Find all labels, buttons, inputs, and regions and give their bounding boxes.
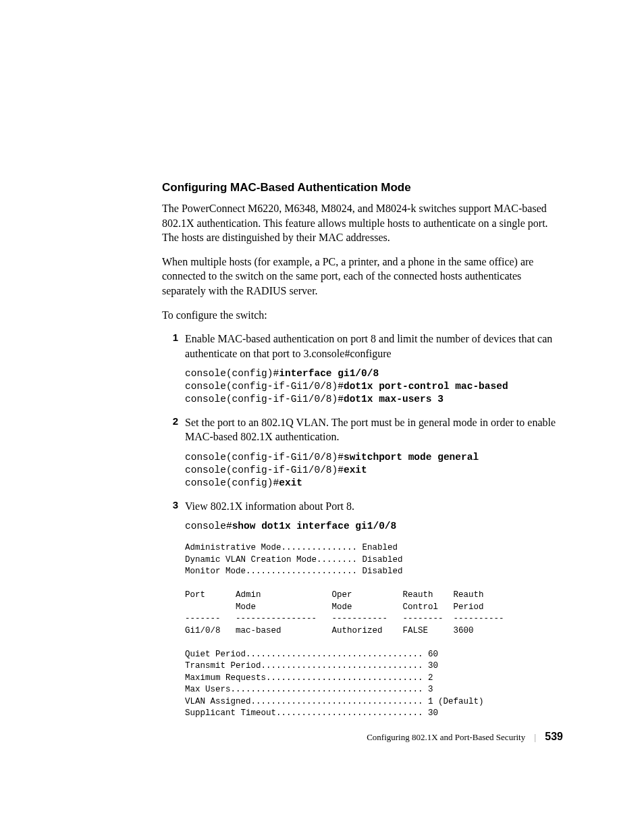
code-prompt: console(config-if-Gi1/0/8)# <box>185 452 344 463</box>
code-prompt: console# <box>185 521 232 531</box>
code-block-2: console(config-if-Gi1/0/8)#switchport mo… <box>185 451 563 490</box>
code-command: dot1x port-control mac-based <box>344 381 508 392</box>
code-prompt: console(config-if-Gi1/0/8)# <box>185 465 344 475</box>
step-text: View 802.1X information about Port 8. <box>185 499 563 514</box>
step-number: 2 <box>162 415 178 444</box>
step-2: 2 Set the port to an 802.1Q VLAN. The po… <box>162 415 563 444</box>
step-1: 1 Enable MAC-based authentication on por… <box>162 332 563 361</box>
footer-separator: | <box>534 732 536 742</box>
code-command: exit <box>279 477 302 488</box>
heading: Configuring MAC-Based Authentication Mod… <box>162 181 563 194</box>
paragraph-1: The PowerConnect M6220, M6348, M8024, an… <box>162 201 563 245</box>
code-command: dot1x max-users 3 <box>344 394 444 405</box>
page-footer: Configuring 802.1X and Port-Based Securi… <box>367 731 563 743</box>
paragraph-2: When multiple hosts (for example, a PC, … <box>162 255 563 298</box>
code-command: switchport mode general <box>344 452 479 463</box>
paragraph-3: To configure the switch: <box>162 308 563 323</box>
output-block: Administrative Mode............... Enabl… <box>185 542 563 720</box>
step-number: 3 <box>162 499 178 514</box>
code-block-1: console(config)#interface gi1/0/8 consol… <box>185 367 563 406</box>
code-prompt: console(config-if-Gi1/0/8)# <box>185 381 344 392</box>
footer-title: Configuring 802.1X and Port-Based Securi… <box>367 732 525 742</box>
step-text: Enable MAC-based authentication on port … <box>185 332 563 361</box>
step-3: 3 View 802.1X information about Port 8. <box>162 499 563 514</box>
page-content: Configuring MAC-Based Authentication Mod… <box>0 0 644 720</box>
code-command: interface gi1/0/8 <box>279 368 379 379</box>
code-command: exit <box>344 465 367 475</box>
code-prompt: console(config)# <box>185 477 279 488</box>
code-command: show dot1x interface gi1/0/8 <box>232 521 397 531</box>
page-number: 539 <box>545 731 563 742</box>
code-block-3: console#show dot1x interface gi1/0/8 <box>185 520 563 533</box>
code-prompt: console(config)# <box>185 368 279 379</box>
code-prompt: console(config-if-Gi1/0/8)# <box>185 394 344 405</box>
step-list: 1 Enable MAC-based authentication on por… <box>162 332 563 719</box>
step-number: 1 <box>162 332 178 361</box>
step-text: Set the port to an 802.1Q VLAN. The port… <box>185 415 563 444</box>
